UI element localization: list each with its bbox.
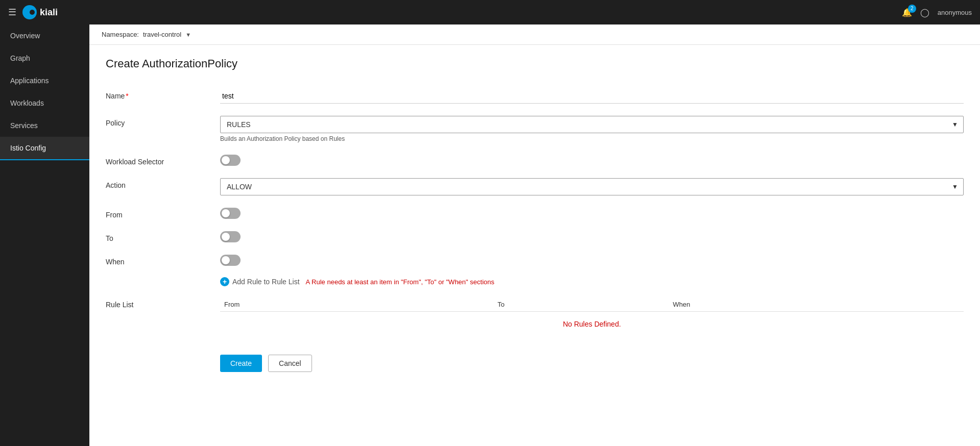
- sidebar-item-overview[interactable]: Overview: [0, 24, 89, 47]
- to-toggle[interactable]: [220, 231, 964, 242]
- to-thumb: [222, 233, 230, 241]
- when-label: When: [106, 255, 208, 266]
- sidebar-item-istio-config[interactable]: Istio Config: [0, 137, 89, 160]
- page-title: Create AuthorizationPolicy: [106, 57, 964, 70]
- notification-badge: 2: [908, 5, 916, 13]
- from-toggle[interactable]: [220, 208, 964, 219]
- when-thumb: [222, 256, 230, 264]
- rule-table: From To When No Rules Defined.: [220, 298, 964, 336]
- sidebar-item-applications[interactable]: Applications: [0, 69, 89, 92]
- topnav-left: ☰ kiali: [8, 5, 58, 19]
- policy-select[interactable]: RULES DENY_ALL ALLOW_ALL: [221, 116, 963, 133]
- add-rule-button[interactable]: + Add Rule to Rule List: [220, 277, 300, 286]
- namespace-label: Namespace:: [102, 31, 139, 38]
- hamburger-icon[interactable]: ☰: [8, 7, 16, 18]
- workload-selector-thumb: [222, 156, 230, 164]
- topnav-right: 🔔 2 ◯ anonymous: [902, 8, 972, 17]
- rule-table-wrap: From To When No Rules Defined.: [220, 298, 964, 336]
- action-control: ALLOW DENY AUDIT CUSTOM ▼: [220, 178, 964, 195]
- namespace-dropdown-icon[interactable]: ▼: [185, 32, 191, 38]
- no-rules-row: No Rules Defined.: [220, 312, 964, 337]
- sidebar-item-services[interactable]: Services: [0, 114, 89, 137]
- namespace-bar: Namespace: travel-control ▼: [89, 24, 980, 45]
- policy-row: Policy RULES DENY_ALL ALLOW_ALL ▼ Builds…: [106, 110, 964, 148]
- to-label: To: [106, 231, 208, 242]
- topnav: ☰ kiali 🔔 2 ◯ anonymous: [0, 0, 980, 24]
- add-rule-icon: +: [220, 277, 229, 286]
- col-from: From: [220, 298, 493, 312]
- action-buttons-row: Create Cancel: [106, 342, 964, 384]
- workload-selector-row: Workload Selector: [106, 148, 964, 172]
- action-select[interactable]: ALLOW DENY AUDIT CUSTOM: [221, 179, 963, 195]
- rule-list-section: Rule List From To When: [106, 291, 964, 342]
- action-label: Action: [106, 178, 208, 189]
- rule-error-message: A Rule needs at least an item in "From",…: [306, 278, 494, 286]
- help-icon[interactable]: ◯: [920, 8, 929, 17]
- policy-control: RULES DENY_ALL ALLOW_ALL ▼ Builds an Aut…: [220, 116, 964, 142]
- notifications-bell[interactable]: 🔔 2: [902, 8, 912, 17]
- col-to: To: [493, 298, 668, 312]
- add-rule-row: + Add Rule to Rule List A Rule needs at …: [220, 272, 964, 291]
- from-thumb: [222, 209, 230, 217]
- user-label[interactable]: anonymous: [938, 9, 972, 16]
- policy-hint: Builds an Authorization Policy based on …: [220, 135, 964, 142]
- workload-selector-label: Workload Selector: [106, 155, 208, 166]
- name-control: [220, 89, 964, 104]
- create-authorization-policy-form: Name* Policy RULES DENY_ALL A: [106, 83, 964, 384]
- from-label: From: [106, 208, 208, 219]
- action-select-wrapper: ALLOW DENY AUDIT CUSTOM ▼: [220, 178, 964, 195]
- namespace-value: travel-control: [143, 31, 181, 38]
- when-toggle[interactable]: [220, 255, 964, 266]
- page-content: Create AuthorizationPolicy Name* Policy: [89, 45, 980, 446]
- policy-label: Policy: [106, 116, 208, 127]
- sidebar-item-workloads[interactable]: Workloads: [0, 92, 89, 114]
- logo-icon: [22, 5, 37, 19]
- logo: kiali: [22, 5, 58, 19]
- cancel-button[interactable]: Cancel: [268, 355, 312, 372]
- to-row: To: [106, 225, 964, 249]
- action-row: Action ALLOW DENY AUDIT CUSTOM ▼: [106, 172, 964, 202]
- sidebar-item-graph[interactable]: Graph: [0, 47, 89, 69]
- to-control: [220, 231, 964, 242]
- workload-selector-toggle[interactable]: [220, 155, 964, 166]
- when-row: When: [106, 249, 964, 272]
- add-rule-label: Add Rule to Rule List: [232, 278, 300, 286]
- when-control: [220, 255, 964, 266]
- workload-selector-control: [220, 155, 964, 166]
- no-rules-message: No Rules Defined.: [220, 312, 964, 337]
- create-button[interactable]: Create: [220, 355, 262, 372]
- from-row: From: [106, 202, 964, 225]
- logo-text: kiali: [40, 7, 58, 18]
- main-content: Namespace: travel-control ▼ Create Autho…: [89, 24, 980, 446]
- name-label: Name*: [106, 89, 208, 100]
- rule-list-label: Rule List: [106, 298, 208, 336]
- from-control: [220, 208, 964, 219]
- name-required: *: [126, 92, 128, 100]
- policy-select-wrapper: RULES DENY_ALL ALLOW_ALL ▼: [220, 116, 964, 133]
- layout: Overview Graph Applications Workloads Se…: [0, 24, 980, 446]
- sidebar: Overview Graph Applications Workloads Se…: [0, 24, 89, 446]
- name-input[interactable]: [220, 89, 964, 104]
- name-row: Name*: [106, 83, 964, 110]
- col-when: When: [669, 298, 964, 312]
